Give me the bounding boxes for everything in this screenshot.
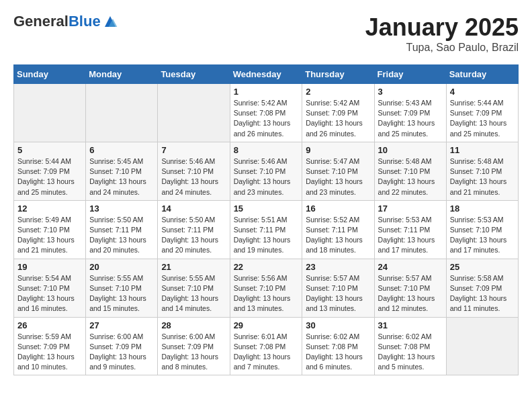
day-cell-9: 9Sunrise: 5:47 AM Sunset: 7:10 PM Daylig… xyxy=(302,142,374,200)
day-cell-29: 29Sunrise: 6:01 AM Sunset: 7:08 PM Dayli… xyxy=(230,317,302,375)
day-info: Sunrise: 6:01 AM Sunset: 7:08 PM Dayligh… xyxy=(234,332,299,373)
day-number: 24 xyxy=(378,262,443,272)
day-cell-12: 12Sunrise: 5:49 AM Sunset: 7:10 PM Dayli… xyxy=(14,200,86,259)
day-number: 12 xyxy=(17,203,82,214)
day-info: Sunrise: 5:45 AM Sunset: 7:10 PM Dayligh… xyxy=(89,156,154,197)
day-info: Sunrise: 5:52 AM Sunset: 7:11 PM Dayligh… xyxy=(306,215,370,256)
day-number: 5 xyxy=(17,145,82,155)
day-number: 21 xyxy=(161,262,226,272)
day-cell-13: 13Sunrise: 5:50 AM Sunset: 7:11 PM Dayli… xyxy=(86,200,158,259)
logo-icon xyxy=(102,13,118,30)
week-row-3: 12Sunrise: 5:49 AM Sunset: 7:10 PM Dayli… xyxy=(14,200,519,259)
day-cell-21: 21Sunrise: 5:55 AM Sunset: 7:10 PM Dayli… xyxy=(158,259,230,317)
day-info: Sunrise: 5:51 AM Sunset: 7:11 PM Dayligh… xyxy=(234,215,299,256)
day-cell-14: 14Sunrise: 5:50 AM Sunset: 7:11 PM Dayli… xyxy=(158,200,230,259)
empty-cell xyxy=(14,84,86,142)
week-row-4: 19Sunrise: 5:54 AM Sunset: 7:10 PM Dayli… xyxy=(14,259,519,317)
day-number: 8 xyxy=(234,145,299,155)
day-cell-19: 19Sunrise: 5:54 AM Sunset: 7:10 PM Dayli… xyxy=(14,259,86,317)
day-info: Sunrise: 5:49 AM Sunset: 7:10 PM Dayligh… xyxy=(17,215,82,256)
day-info: Sunrise: 5:50 AM Sunset: 7:11 PM Dayligh… xyxy=(89,215,154,256)
day-number: 16 xyxy=(306,203,370,214)
day-info: Sunrise: 5:48 AM Sunset: 7:10 PM Dayligh… xyxy=(378,156,443,197)
day-cell-25: 25Sunrise: 5:58 AM Sunset: 7:09 PM Dayli… xyxy=(446,259,518,317)
day-number: 28 xyxy=(161,320,226,330)
week-row-2: 5Sunrise: 5:44 AM Sunset: 7:09 PM Daylig… xyxy=(14,142,519,200)
day-info: Sunrise: 5:55 AM Sunset: 7:10 PM Dayligh… xyxy=(161,273,226,314)
day-number: 15 xyxy=(234,203,299,214)
day-number: 2 xyxy=(306,87,370,97)
day-info: Sunrise: 5:58 AM Sunset: 7:09 PM Dayligh… xyxy=(450,273,515,314)
day-info: Sunrise: 6:00 AM Sunset: 7:09 PM Dayligh… xyxy=(161,332,226,373)
day-info: Sunrise: 5:59 AM Sunset: 7:09 PM Dayligh… xyxy=(17,332,82,373)
day-cell-27: 27Sunrise: 6:00 AM Sunset: 7:09 PM Dayli… xyxy=(86,317,158,375)
day-number: 7 xyxy=(161,145,226,155)
day-info: Sunrise: 5:42 AM Sunset: 7:09 PM Dayligh… xyxy=(306,98,370,139)
day-info: Sunrise: 5:44 AM Sunset: 7:09 PM Dayligh… xyxy=(17,156,82,197)
weekday-header-tuesday: Tuesday xyxy=(158,65,230,84)
day-cell-31: 31Sunrise: 6:02 AM Sunset: 7:08 PM Dayli… xyxy=(374,317,446,375)
title-block: January 2025 Tupa, Sao Paulo, Brazil xyxy=(365,13,519,54)
day-info: Sunrise: 5:55 AM Sunset: 7:10 PM Dayligh… xyxy=(89,273,154,314)
day-number: 30 xyxy=(306,320,370,330)
weekday-header-wednesday: Wednesday xyxy=(230,65,302,84)
day-info: Sunrise: 5:56 AM Sunset: 7:10 PM Dayligh… xyxy=(234,273,299,314)
day-info: Sunrise: 5:48 AM Sunset: 7:10 PM Dayligh… xyxy=(450,156,515,197)
logo-blue-text: Blue xyxy=(69,13,101,30)
day-info: Sunrise: 5:43 AM Sunset: 7:09 PM Dayligh… xyxy=(378,98,443,139)
day-number: 13 xyxy=(89,203,154,214)
day-cell-15: 15Sunrise: 5:51 AM Sunset: 7:11 PM Dayli… xyxy=(230,200,302,259)
empty-cell xyxy=(446,317,518,375)
day-number: 29 xyxy=(234,320,299,330)
day-info: Sunrise: 6:00 AM Sunset: 7:09 PM Dayligh… xyxy=(89,332,154,373)
day-cell-2: 2Sunrise: 5:42 AM Sunset: 7:09 PM Daylig… xyxy=(302,84,374,142)
page-header: GeneralBlue January 2025 Tupa, Sao Paulo… xyxy=(13,13,519,54)
day-info: Sunrise: 6:02 AM Sunset: 7:08 PM Dayligh… xyxy=(378,332,443,373)
day-info: Sunrise: 5:53 AM Sunset: 7:11 PM Dayligh… xyxy=(378,215,443,256)
day-cell-6: 6Sunrise: 5:45 AM Sunset: 7:10 PM Daylig… xyxy=(86,142,158,200)
location-text: Tupa, Sao Paulo, Brazil xyxy=(365,42,519,54)
day-info: Sunrise: 5:57 AM Sunset: 7:10 PM Dayligh… xyxy=(306,273,370,314)
day-cell-7: 7Sunrise: 5:46 AM Sunset: 7:10 PM Daylig… xyxy=(158,142,230,200)
calendar-table: SundayMondayTuesdayWednesdayThursdayFrid… xyxy=(13,64,519,375)
day-cell-20: 20Sunrise: 5:55 AM Sunset: 7:10 PM Dayli… xyxy=(86,259,158,317)
day-cell-11: 11Sunrise: 5:48 AM Sunset: 7:10 PM Dayli… xyxy=(446,142,518,200)
day-cell-30: 30Sunrise: 6:02 AM Sunset: 7:08 PM Dayli… xyxy=(302,317,374,375)
month-title: January 2025 xyxy=(365,13,519,42)
day-number: 23 xyxy=(306,262,370,272)
day-cell-22: 22Sunrise: 5:56 AM Sunset: 7:10 PM Dayli… xyxy=(230,259,302,317)
day-cell-26: 26Sunrise: 5:59 AM Sunset: 7:09 PM Dayli… xyxy=(14,317,86,375)
day-cell-8: 8Sunrise: 5:46 AM Sunset: 7:10 PM Daylig… xyxy=(230,142,302,200)
day-number: 10 xyxy=(378,145,443,155)
day-number: 22 xyxy=(234,262,299,272)
day-info: Sunrise: 5:42 AM Sunset: 7:08 PM Dayligh… xyxy=(234,98,299,139)
day-number: 6 xyxy=(89,145,154,155)
day-number: 18 xyxy=(450,203,515,214)
logo: GeneralBlue xyxy=(13,13,118,30)
day-cell-23: 23Sunrise: 5:57 AM Sunset: 7:10 PM Dayli… xyxy=(302,259,374,317)
weekday-header-thursday: Thursday xyxy=(302,65,374,84)
day-info: Sunrise: 5:53 AM Sunset: 7:10 PM Dayligh… xyxy=(450,215,515,256)
day-cell-28: 28Sunrise: 6:00 AM Sunset: 7:09 PM Dayli… xyxy=(158,317,230,375)
empty-cell xyxy=(158,84,230,142)
weekday-header-saturday: Saturday xyxy=(446,65,518,84)
day-info: Sunrise: 5:57 AM Sunset: 7:10 PM Dayligh… xyxy=(378,273,443,314)
day-info: Sunrise: 5:50 AM Sunset: 7:11 PM Dayligh… xyxy=(161,215,226,256)
day-number: 1 xyxy=(234,87,299,97)
day-cell-10: 10Sunrise: 5:48 AM Sunset: 7:10 PM Dayli… xyxy=(374,142,446,200)
day-number: 9 xyxy=(306,145,370,155)
day-info: Sunrise: 5:46 AM Sunset: 7:10 PM Dayligh… xyxy=(234,156,299,197)
day-number: 17 xyxy=(378,203,443,214)
day-cell-4: 4Sunrise: 5:44 AM Sunset: 7:09 PM Daylig… xyxy=(446,84,518,142)
day-number: 19 xyxy=(17,262,82,272)
day-cell-3: 3Sunrise: 5:43 AM Sunset: 7:09 PM Daylig… xyxy=(374,84,446,142)
day-info: Sunrise: 5:47 AM Sunset: 7:10 PM Dayligh… xyxy=(306,156,370,197)
day-cell-24: 24Sunrise: 5:57 AM Sunset: 7:10 PM Dayli… xyxy=(374,259,446,317)
weekday-header-friday: Friday xyxy=(374,65,446,84)
weekday-header-monday: Monday xyxy=(86,65,158,84)
day-info: Sunrise: 5:46 AM Sunset: 7:10 PM Dayligh… xyxy=(161,156,226,197)
logo-general-text: General xyxy=(13,13,69,30)
day-info: Sunrise: 6:02 AM Sunset: 7:08 PM Dayligh… xyxy=(306,332,370,373)
day-number: 20 xyxy=(89,262,154,272)
day-number: 4 xyxy=(450,87,515,97)
